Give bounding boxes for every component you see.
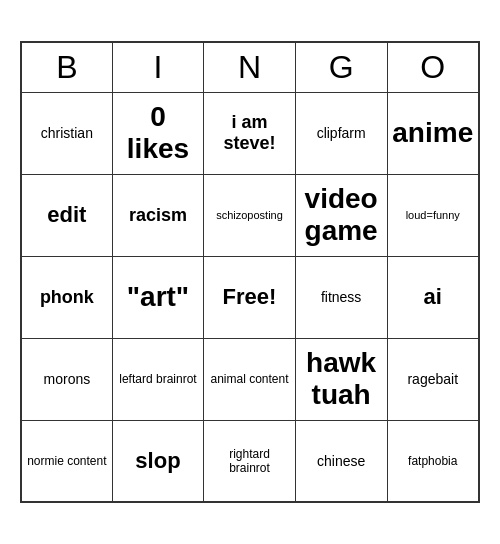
bingo-cell-r0-c3: clipfarm: [295, 92, 387, 174]
bingo-cell-r3-c2: animal content: [204, 338, 296, 420]
bingo-cell-r0-c4: anime: [387, 92, 479, 174]
bingo-header-letter: N: [204, 42, 296, 92]
bingo-header-letter: B: [21, 42, 112, 92]
bingo-card: BINGO christian0 likesi am steve!clipfar…: [20, 41, 480, 503]
bingo-header-letter: O: [387, 42, 479, 92]
bingo-cell-r2-c2: Free!: [204, 256, 296, 338]
bingo-cell-r3-c3: hawk tuah: [295, 338, 387, 420]
bingo-cell-r1-c3: video game: [295, 174, 387, 256]
bingo-cell-r1-c2: schizoposting: [204, 174, 296, 256]
bingo-cell-r2-c3: fitness: [295, 256, 387, 338]
bingo-cell-r2-c1: "art": [112, 256, 203, 338]
bingo-cell-r1-c0: edit: [21, 174, 112, 256]
bingo-cell-r3-c0: morons: [21, 338, 112, 420]
bingo-header-letter: I: [112, 42, 203, 92]
bingo-cell-r0-c1: 0 likes: [112, 92, 203, 174]
bingo-header-letter: G: [295, 42, 387, 92]
bingo-cell-r2-c0: phonk: [21, 256, 112, 338]
bingo-cell-r3-c4: ragebait: [387, 338, 479, 420]
bingo-cell-r3-c1: leftard brainrot: [112, 338, 203, 420]
bingo-cell-r2-c4: ai: [387, 256, 479, 338]
bingo-cell-r1-c4: loud=funny: [387, 174, 479, 256]
bingo-cell-r0-c2: i am steve!: [204, 92, 296, 174]
bingo-cell-r4-c1: slop: [112, 420, 203, 502]
bingo-cell-r1-c1: racism: [112, 174, 203, 256]
bingo-cell-r4-c2: rightard brainrot: [204, 420, 296, 502]
bingo-cell-r0-c0: christian: [21, 92, 112, 174]
bingo-cell-r4-c3: chinese: [295, 420, 387, 502]
bingo-cell-r4-c4: fatphobia: [387, 420, 479, 502]
bingo-cell-r4-c0: normie content: [21, 420, 112, 502]
